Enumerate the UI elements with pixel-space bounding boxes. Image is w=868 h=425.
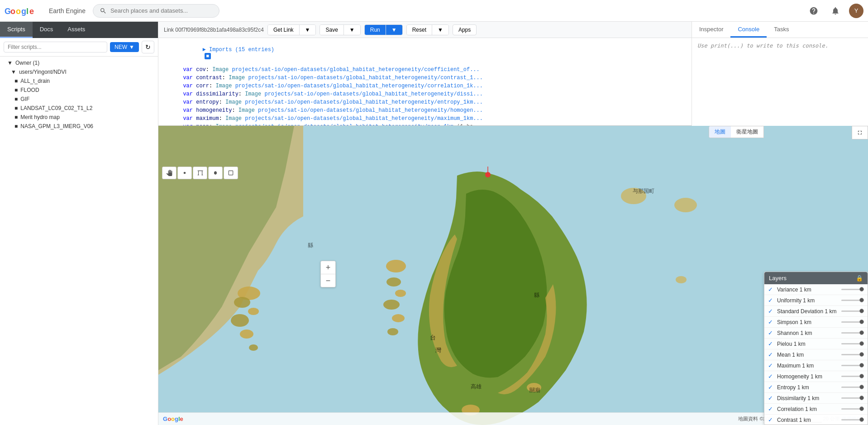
- layer-opacity-slider[interactable]: [841, 289, 864, 290]
- layer-opacity-slider[interactable]: [841, 397, 864, 399]
- layer-checkbox[interactable]: ✓: [768, 362, 774, 369]
- help-button[interactable]: [806, 3, 822, 19]
- layer-opacity-slider[interactable]: [841, 300, 864, 301]
- tab-console[interactable]: Console: [730, 22, 767, 38]
- list-item[interactable]: ■ ALL_t_drain: [0, 76, 158, 86]
- zoom-in-button[interactable]: +: [321, 261, 335, 274]
- layer-item[interactable]: ✓Uniformity 1 km: [764, 295, 868, 306]
- list-item[interactable]: ■ Merit hydro map: [0, 113, 158, 122]
- top-right-panel: Inspector Console Tasks Use print(...) t…: [692, 22, 868, 126]
- file-tree: ▼ Owner (1) ▼ users/Yingont/NDVI ■ ALL_t…: [0, 57, 158, 425]
- svg-point-19: [387, 328, 398, 335]
- search-input[interactable]: [110, 7, 210, 14]
- svg-point-9: [248, 308, 259, 315]
- list-item[interactable]: ■ LANDSAT_LC09_C02_T1_L2: [0, 104, 158, 113]
- svg-text:縣: 縣: [534, 292, 539, 298]
- layer-item[interactable]: ✓Variance 1 km: [764, 284, 868, 295]
- console-tab-bar: Inspector Console Tasks: [692, 22, 868, 38]
- run-dropdown[interactable]: ▼: [386, 25, 402, 35]
- svg-point-17: [383, 300, 400, 310]
- map-view-button[interactable]: 地圖: [709, 126, 731, 138]
- layer-item[interactable]: ✓Homogeneity 1 km: [764, 371, 868, 382]
- tab-scripts[interactable]: Scripts: [0, 22, 33, 38]
- svg-point-32: [184, 172, 186, 174]
- layer-item[interactable]: ✓Entropy 1 km: [764, 382, 868, 393]
- hand-tool-button[interactable]: [162, 167, 176, 179]
- layer-checkbox[interactable]: ✓: [768, 340, 774, 347]
- layer-opacity-slider[interactable]: [841, 387, 864, 388]
- save-button[interactable]: Save: [320, 25, 343, 35]
- layer-item[interactable]: ✓Shannon 1 km: [764, 328, 868, 339]
- list-item[interactable]: ■ GIF: [0, 95, 158, 104]
- list-item[interactable]: ■ NASA_GPM_L3_IMERG_V06: [0, 122, 158, 131]
- layer-checkbox[interactable]: ✓: [768, 406, 774, 412]
- file-icon: ■: [14, 87, 18, 93]
- layer-checkbox[interactable]: ✓: [768, 395, 774, 401]
- tab-inspector[interactable]: Inspector: [692, 22, 730, 38]
- polygon-tool-button[interactable]: [208, 167, 223, 179]
- layer-opacity-slider[interactable]: [841, 354, 864, 355]
- layer-name: Maximum 1 km: [777, 363, 837, 369]
- tab-assets[interactable]: Assets: [60, 22, 92, 38]
- google-watermark: Google: [163, 415, 183, 422]
- layer-item[interactable]: ✓Maximum 1 km: [764, 360, 868, 371]
- svg-text:o: o: [10, 7, 15, 16]
- layers-title: Layers: [769, 275, 853, 282]
- tab-tasks[interactable]: Tasks: [767, 22, 796, 38]
- layer-checkbox[interactable]: ✓: [768, 319, 774, 325]
- layer-item[interactable]: ✓Correlation 1 km: [764, 404, 868, 415]
- map-area[interactable]: 与那国町 縣 縣 台 灣 高雄 關廟 + −: [158, 126, 868, 425]
- layer-name: Simpson 1 km: [777, 319, 837, 325]
- layer-opacity-slider[interactable]: [841, 408, 864, 410]
- layer-opacity-slider[interactable]: [841, 365, 864, 366]
- list-item[interactable]: ■ FLOOD: [0, 86, 158, 95]
- satellite-view-button[interactable]: 衛星地圖: [731, 126, 763, 138]
- layer-checkbox[interactable]: ✓: [768, 308, 774, 315]
- layer-checkbox[interactable]: ✓: [768, 329, 774, 336]
- apps-button[interactable]: Apps: [453, 24, 477, 35]
- line-tool-button[interactable]: [193, 167, 207, 179]
- layer-opacity-slider[interactable]: [841, 419, 864, 420]
- layer-item[interactable]: ✓Dissimilarity 1 km: [764, 393, 868, 404]
- get-link-button[interactable]: Get Link: [268, 25, 300, 35]
- reset-dropdown[interactable]: ▼: [432, 25, 448, 35]
- layer-checkbox[interactable]: ✓: [768, 373, 774, 380]
- layer-item[interactable]: ✓Mean 1 km: [764, 349, 868, 360]
- reset-button[interactable]: Reset: [407, 25, 432, 35]
- tree-user-folder[interactable]: ▼ users/Yingont/NDVI: [0, 67, 158, 76]
- get-link-dropdown[interactable]: ▼: [300, 25, 316, 35]
- zoom-controls: + −: [320, 261, 336, 287]
- run-button[interactable]: Run: [365, 25, 386, 35]
- fullscreen-button[interactable]: [852, 126, 868, 139]
- layers-header: Layers 🔒: [764, 272, 868, 284]
- new-script-button[interactable]: NEW ▼: [110, 42, 139, 52]
- layer-item[interactable]: ✓Contrast 1 km: [764, 415, 868, 425]
- point-tool-button[interactable]: [177, 167, 192, 179]
- layer-checkbox[interactable]: ✓: [768, 384, 774, 391]
- layer-checkbox[interactable]: ✓: [768, 297, 774, 304]
- svg-point-15: [386, 277, 401, 287]
- layer-checkbox[interactable]: ✓: [768, 286, 774, 293]
- filter-scripts-input[interactable]: [4, 42, 107, 53]
- rectangle-tool-button[interactable]: [224, 167, 238, 179]
- layer-checkbox[interactable]: ✓: [768, 351, 774, 358]
- layer-opacity-slider[interactable]: [841, 343, 864, 344]
- svg-text:台: 台: [430, 334, 436, 341]
- layer-item[interactable]: ✓Standard Deviation 1 km: [764, 306, 868, 317]
- search-bar[interactable]: [93, 4, 219, 18]
- layer-checkbox[interactable]: ✓: [768, 416, 774, 423]
- tree-owner[interactable]: ▼ Owner (1): [0, 58, 158, 67]
- user-avatar[interactable]: Y: [849, 4, 863, 18]
- layer-opacity-slider[interactable]: [841, 332, 864, 334]
- layer-item[interactable]: ✓Simpson 1 km: [764, 317, 868, 328]
- tab-docs[interactable]: Docs: [33, 22, 61, 38]
- layer-name: Variance 1 km: [777, 287, 837, 293]
- refresh-button[interactable]: ↻: [142, 41, 154, 53]
- notifications-button[interactable]: [827, 3, 844, 19]
- layer-opacity-slider[interactable]: [841, 376, 864, 377]
- layer-opacity-slider[interactable]: [841, 321, 864, 323]
- layer-opacity-slider[interactable]: [841, 310, 864, 312]
- layer-item[interactable]: ✓Pielou 1 km: [764, 339, 868, 349]
- zoom-out-button[interactable]: −: [321, 274, 335, 287]
- save-dropdown[interactable]: ▼: [344, 25, 360, 35]
